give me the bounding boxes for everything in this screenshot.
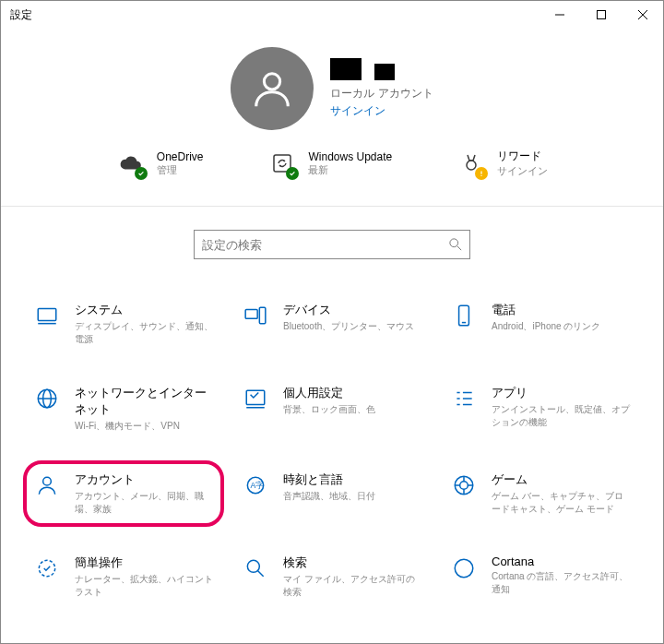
- svg-rect-14: [259, 307, 266, 323]
- search-cat-icon: [241, 555, 270, 584]
- category-search-cat[interactable]: 検索 マイ ファイル、アクセス許可の検索: [237, 549, 427, 604]
- status-windows-update[interactable]: Windows Update 最新: [267, 149, 392, 178]
- minimize-button[interactable]: [539, 1, 580, 29]
- svg-point-8: [481, 175, 482, 176]
- svg-point-9: [450, 239, 458, 247]
- svg-rect-11: [38, 308, 56, 320]
- category-title: デバイス: [283, 302, 414, 318]
- avatar: [231, 47, 314, 130]
- category-desc: マイ ファイル、アクセス許可の検索: [283, 573, 423, 599]
- person-icon: [251, 67, 293, 110]
- category-time[interactable]: A字 時刻と言語 音声認識、地域、日付: [237, 466, 427, 521]
- divider: [1, 206, 663, 207]
- signin-link[interactable]: サインイン: [330, 103, 433, 119]
- medal-icon: [456, 149, 486, 178]
- category-desc: ゲーム バー、キャプチャ、ブロードキャスト、ゲーム モード: [492, 490, 632, 516]
- accounts-icon: [32, 471, 62, 501]
- category-title: 簡単操作: [75, 555, 215, 571]
- svg-point-40: [455, 559, 473, 578]
- search-input[interactable]: [202, 238, 449, 252]
- category-title: アカウント: [75, 471, 215, 488]
- status-rewards[interactable]: リワード サインイン: [456, 149, 548, 178]
- personalization-icon: [241, 385, 270, 414]
- category-desc: 背景、ロック画面、色: [283, 403, 375, 416]
- sync-icon: [267, 149, 297, 178]
- category-desc: アンインストール、既定値、オプションの機能: [492, 403, 632, 429]
- category-desc: Cortana の言語、アクセス許可、通知: [492, 570, 632, 596]
- category-gaming[interactable]: ゲーム ゲーム バー、キャプチャ、ブロードキャスト、ゲーム モード: [445, 466, 635, 521]
- category-title: 検索: [283, 555, 423, 571]
- svg-text:A字: A字: [251, 481, 265, 490]
- svg-point-28: [43, 477, 52, 485]
- category-desc: ディスプレイ、サウンド、通知、電源: [75, 320, 215, 346]
- window-title: 設定: [10, 7, 539, 23]
- category-cortana[interactable]: Cortana Cortana の言語、アクセス許可、通知: [445, 549, 635, 604]
- category-title: Cortana: [492, 555, 632, 568]
- svg-line-39: [257, 570, 264, 577]
- svg-line-10: [457, 246, 461, 250]
- category-desc: Wi-Fi、機内モード、VPN: [75, 420, 215, 433]
- search-icon: [449, 238, 462, 251]
- ease-icon: [32, 555, 62, 584]
- category-title: システム: [75, 302, 215, 318]
- titlebar: 設定: [1, 1, 663, 29]
- apps-icon: [449, 385, 479, 414]
- status-onedrive[interactable]: OneDrive 管理: [116, 149, 204, 178]
- svg-point-37: [39, 560, 54, 576]
- cloud-icon: [116, 149, 146, 178]
- category-accounts[interactable]: アカウント アカウント、メール、同期、職場、家族: [29, 466, 219, 521]
- category-system[interactable]: システム ディスプレイ、サウンド、通知、電源: [29, 296, 219, 352]
- gaming-icon: [449, 471, 479, 501]
- category-desc: アカウント、メール、同期、職場、家族: [75, 490, 215, 516]
- category-title: 時刻と言語: [283, 471, 375, 488]
- account-type: ローカル アカウント: [330, 86, 433, 101]
- close-button[interactable]: [622, 1, 663, 29]
- category-apps[interactable]: アプリ アンインストール、既定値、オプションの機能: [445, 379, 635, 438]
- system-icon: [32, 302, 62, 331]
- svg-point-32: [460, 482, 468, 490]
- network-icon: [32, 385, 62, 414]
- category-desc: ナレーター、拡大鏡、ハイコントラスト: [75, 573, 215, 599]
- svg-rect-20: [246, 390, 265, 404]
- phone-icon: [449, 302, 479, 331]
- category-personalization[interactable]: 個人用設定 背景、ロック画面、色: [237, 379, 427, 438]
- time-icon: A字: [241, 471, 270, 501]
- svg-point-6: [467, 161, 476, 170]
- category-desc: 音声認識、地域、日付: [283, 490, 375, 503]
- maximize-button[interactable]: [580, 1, 622, 29]
- category-title: 電話: [492, 302, 600, 318]
- category-phone[interactable]: 電話 Android、iPhone のリンク: [445, 296, 635, 352]
- category-ease[interactable]: 簡単操作 ナレーター、拡大鏡、ハイコントラスト: [29, 549, 219, 604]
- search-box[interactable]: [194, 230, 470, 259]
- status-row: OneDrive 管理 Windows Update 最新 リワード サインイン: [29, 149, 635, 178]
- devices-icon: [241, 302, 270, 331]
- svg-rect-1: [597, 11, 605, 19]
- category-title: 個人用設定: [283, 385, 375, 401]
- profile-section: ローカル アカウント サインイン: [29, 47, 635, 130]
- category-title: ネットワークとインターネット: [75, 385, 215, 418]
- category-desc: Bluetooth、プリンター、マウス: [283, 320, 414, 333]
- category-desc: Android、iPhone のリンク: [492, 320, 600, 333]
- category-title: ゲーム: [492, 471, 632, 488]
- category-network[interactable]: ネットワークとインターネット Wi-Fi、機内モード、VPN: [29, 379, 219, 438]
- svg-rect-13: [245, 310, 257, 319]
- username-redacted: [330, 58, 433, 80]
- cortana-icon: [449, 555, 479, 584]
- category-devices[interactable]: デバイス Bluetooth、プリンター、マウス: [237, 296, 427, 352]
- category-title: アプリ: [492, 385, 632, 401]
- svg-point-4: [265, 74, 280, 89]
